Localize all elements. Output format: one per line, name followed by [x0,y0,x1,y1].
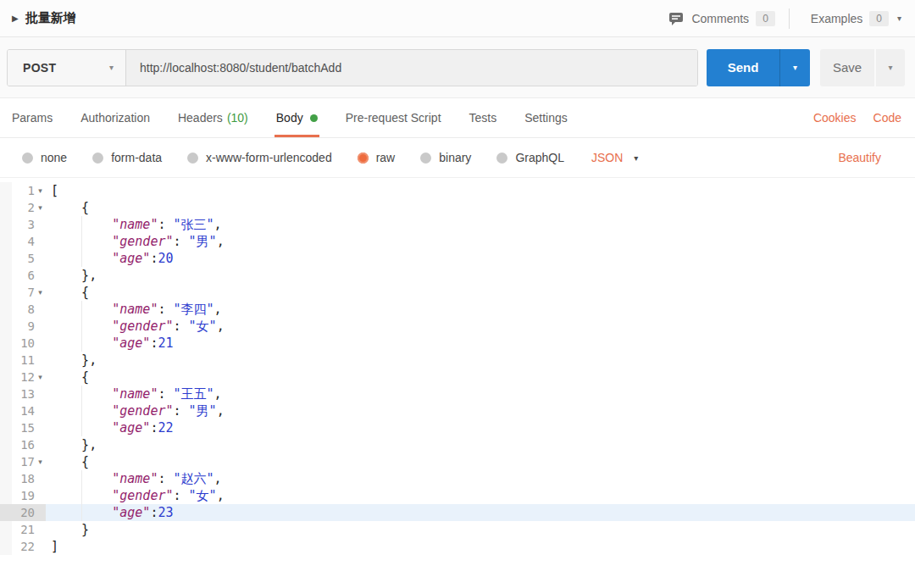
code-line[interactable]: 19 "gender": "女", [0,487,915,504]
code-line[interactable]: 13 "name": "王五", [0,386,915,402]
code-content[interactable]: { [46,199,915,216]
code-line[interactable]: 22] [0,538,915,555]
tab-authorization[interactable]: Authorization [80,98,150,137]
token: 21 [158,336,173,351]
tab-body[interactable]: Body [276,98,318,137]
tab-params[interactable]: Params [12,98,53,137]
send-caret-icon[interactable]: ▾ [779,49,810,86]
token: "name" [112,471,158,486]
save-caret-icon[interactable]: ▾ [876,49,905,86]
code-content[interactable]: "gender": "男", [46,233,915,250]
code-content[interactable]: "name": "张三", [46,216,915,233]
radio-graphql[interactable]: GraphQL [496,151,564,164]
url-input[interactable]: http://localhost:8080/student/batchAdd [126,50,697,86]
token: "age" [112,251,150,266]
body-type-row: noneform-datax-www-form-urlencodedrawbin… [0,138,915,178]
code-line[interactable]: 2▾ { [0,199,915,216]
code-line[interactable]: 8 "name": "李四", [0,301,915,318]
tab-pre-request-script[interactable]: Pre-request Script [346,98,441,137]
code-content[interactable]: { [46,369,915,386]
code-content[interactable]: { [46,453,915,470]
token: 23 [158,505,173,520]
fold-caret-icon[interactable]: ▾ [35,369,46,386]
gutter-strip [0,301,12,318]
comments-label[interactable]: Comments [691,12,749,25]
active-tab-underline [274,135,319,137]
radio-binary[interactable]: binary [420,151,471,164]
beautify-link[interactable]: Beautify [838,151,881,164]
fold-caret-icon[interactable]: ▾ [35,284,46,301]
collapse-caret-icon[interactable]: ▶ [12,14,19,23]
code-line[interactable]: 20 "age":23 [0,504,915,521]
code-line[interactable]: 18 "name": "赵六", [0,470,915,487]
code-content[interactable]: }, [46,352,915,369]
code-content[interactable]: "gender": "女", [46,487,915,504]
radio-raw[interactable]: raw [358,151,396,164]
method-select[interactable]: POST ▾ [8,50,126,86]
radio-none[interactable]: none [22,151,67,164]
code-content[interactable]: }, [46,436,915,453]
code-content[interactable]: "name": "赵六", [46,470,915,487]
gutter-strip [0,521,12,538]
code-content[interactable]: } [46,521,915,538]
fold-caret-icon[interactable]: ▾ [35,453,46,470]
code-line[interactable]: 21 } [0,521,915,538]
save-button[interactable]: Save [820,49,874,86]
request-header: ▶ 批量新增 Comments 0 Examples 0 ▾ [0,0,915,37]
token: , [214,386,222,402]
radio-form-data[interactable]: form-data [92,151,162,164]
gutter-cell: 18 [0,470,46,487]
code-content[interactable]: "gender": "女", [46,318,915,335]
fold-caret-icon[interactable]: ▾ [35,199,46,216]
line-number: 1 [12,182,35,199]
code-content[interactable]: { [46,284,915,301]
code-line[interactable]: 1▾[ [0,182,915,199]
raw-body-editor[interactable]: 1▾[2▾ {3 "name": "张三",4 "gender": "男",5 … [0,178,915,588]
code-content[interactable]: ] [46,538,915,555]
code-line[interactable]: 7▾ { [0,284,915,301]
examples-caret-icon[interactable]: ▾ [897,14,901,23]
indent-guide [81,335,82,352]
code-line[interactable]: 15 "age":22 [0,419,915,436]
code-line[interactable]: 5 "age":20 [0,250,915,267]
comments-icon[interactable] [668,11,684,26]
code-content[interactable]: [ [46,182,915,199]
tab-headers[interactable]: Headers(10) [178,98,248,137]
code-line[interactable]: 12▾ { [0,369,915,386]
code-line[interactable]: 17▾ { [0,453,915,470]
gutter-cell: 1▾ [0,182,46,199]
tab-settings[interactable]: Settings [524,98,568,137]
code-line[interactable]: 14 "gender": "男", [0,402,915,419]
code-content[interactable]: "age":22 [46,419,915,436]
code-content[interactable]: "name": "李四", [46,301,915,318]
code-line[interactable]: 10 "age":21 [0,335,915,352]
tab-tests[interactable]: Tests [469,98,497,137]
token: , [214,302,222,317]
code-line[interactable]: 3 "name": "张三", [0,216,915,233]
code-line[interactable]: 4 "gender": "男", [0,233,915,250]
line-number: 15 [12,419,35,436]
cookies-link[interactable]: Cookies [813,111,857,125]
code-line[interactable]: 6 }, [0,267,915,284]
code-content[interactable]: }, [46,267,915,284]
code-content[interactable]: "gender": "男", [46,402,915,419]
format-select[interactable]: JSON ▾ [591,151,638,164]
indent-guide [81,470,82,487]
line-number: 17 [12,453,35,470]
send-button[interactable]: Send [707,49,779,86]
gutter-strip [0,199,12,216]
code-content[interactable]: "age":20 [46,250,915,267]
line-number: 16 [12,436,35,453]
radio-x-www-form-urlencoded[interactable]: x-www-form-urlencoded [187,151,332,164]
examples-label[interactable]: Examples [811,12,862,25]
code-line[interactable]: 16 }, [0,436,915,453]
code-link[interactable]: Code [873,111,901,125]
code-content[interactable]: "age":21 [46,335,915,352]
code-line[interactable]: 11 }, [0,352,915,369]
fold-caret-icon[interactable]: ▾ [35,182,46,199]
code-line[interactable]: 9 "gender": "女", [0,318,915,335]
gutter-strip [0,250,12,267]
gutter-strip [0,233,12,250]
code-content[interactable]: "age":23 [46,504,915,521]
code-content[interactable]: "name": "王五", [46,386,915,402]
